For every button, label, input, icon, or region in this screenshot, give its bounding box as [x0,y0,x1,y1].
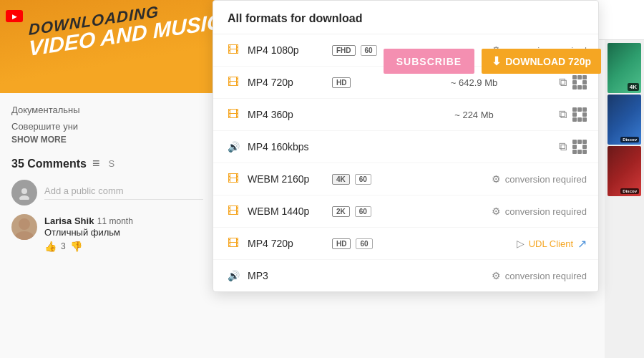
top-buttons: SUBSCRIBE ⬇ DOWNLOAD 720p [384,49,601,74]
hd-badge: HD [332,77,351,88]
video-icon: 🎞 [225,170,242,188]
60fps-badge: 60 [355,206,371,217]
file-size: ~ 224 Mb [395,110,553,120]
doc-text: Документальны [11,105,203,115]
svg-point-2 [19,218,30,230]
right-sidebar: 4K Discov Discov [605,40,644,358]
thumbs-down-icon[interactable]: 👎 [70,241,82,252]
fhd-badge: FHD [332,45,356,56]
gear-icon: ⚙ [492,205,501,217]
qr-icon[interactable] [572,107,587,122]
comment-body: Отличный фильм [44,227,133,238]
badges: 2K 60 [332,206,389,217]
hd-badge: HD [332,238,351,249]
conversion-text: conversion required [505,206,587,217]
format-row: 🎞 MP4 720p HD 60 ▷ UDL Client ↗ [213,228,598,260]
comments-count: 35 Comments [11,158,87,170]
gear-icon: ⚙ [492,270,501,281]
sort-label: S [108,158,114,169]
gear-icon: ⚙ [492,173,501,185]
qr-icon[interactable] [572,140,587,154]
udl-text: UDL Client [529,238,573,249]
format-row: 🔊 MP4 160kbps ⧉ [213,131,598,163]
audio-icon: 🔊 [225,267,242,284]
60fps-badge: 60 [355,174,371,185]
format-name: MP4 160kbps [248,141,326,153]
svg-point-1 [19,195,29,200]
comments-row: 35 Comments ≡ S [11,156,203,171]
download-icon: ⬇ [492,54,501,68]
commenter-name: Larisa Shik [44,216,94,226]
banner-yt-icon [6,10,23,22]
download-button[interactable]: ⬇ DOWNLOAD 720p [482,49,601,74]
thumbs-up-icon[interactable]: 👍 [44,241,57,252]
copy-icon[interactable]: ⧉ [559,108,567,121]
dropdown-title: All formats for download [213,1,598,34]
badges: FHD 60 [332,45,389,56]
file-size: ~ 642.9 Mb [395,77,553,88]
comment-input[interactable]: Add a public comm [44,185,203,200]
sidebar-thumb[interactable]: Discov [608,95,641,145]
sort-icon[interactable]: ≡ [92,156,100,171]
badges: HD 60 [332,238,389,249]
copy-icon[interactable]: ⧉ [559,76,567,89]
video-icon: 🎞 [225,42,242,59]
4k-badge: 4K [332,174,350,185]
format-name: MP4 720p [248,77,326,88]
subscribe-button[interactable]: SUBSCRIBE [384,49,474,74]
conversion-cell: ⚙ conversion required [395,173,587,185]
commenter-avatar [11,214,37,240]
2k-badge: 2K [332,206,350,217]
badges: 4K 60 [332,174,389,185]
sidebar-thumb[interactable]: 4K [608,43,641,93]
comment-content: Larisa Shik 11 month Отличный фильм 👍 3 … [44,214,133,252]
comment-input-row: Add a public comm [11,180,203,205]
format-row: 🔊 MP3 ⚙ conversion required [213,260,598,291]
format-row: 🎞 WEBM 2160p 4K 60 ⚙ conversion required [213,163,598,195]
format-name: MP4 1080p [248,44,326,56]
svg-point-0 [21,188,27,194]
badges: HD [332,77,389,88]
format-name: WEBM 2160p [248,173,326,185]
conversion-cell: ⚙ conversion required [395,270,587,281]
copy-icon[interactable]: ⧉ [559,140,567,153]
comment-item: Larisa Shik 11 month Отличный фильм 👍 3 … [11,214,203,252]
thumb-badge: Discov [620,137,639,142]
format-name: MP4 360p [248,109,326,120]
format-name: WEBM 1440p [248,205,326,217]
audio-icon: 🔊 [225,138,242,155]
format-name: MP4 720p [248,238,326,249]
thumb-badge: Discov [620,188,639,194]
60fps-badge: 60 [356,238,372,249]
conversion-cell: ⚙ conversion required [395,205,587,217]
download-label: DOWNLOAD 720p [505,56,591,67]
conversion-text: conversion required [505,174,587,185]
format-name: MP3 [248,270,326,281]
comment-actions: 👍 3 👎 [44,241,133,252]
thumbs-count: 3 [61,241,66,251]
banner-yt-logo [6,10,23,22]
user-avatar [11,180,37,205]
format-row: 🎞 MP4 360p ~ 224 Mb ⧉ [213,99,598,131]
video-icon: 🎞 [225,203,242,220]
conversion-text: conversion required [505,271,587,281]
udl-cell: ▷ UDL Client ↗ [395,237,587,251]
ext-link-icon[interactable]: ↗ [577,237,587,251]
sidebar-thumb[interactable]: Discov [608,146,641,196]
qr-icon[interactable] [572,75,587,90]
video-icon: 🎞 [225,235,242,252]
play-icon: ▷ [517,238,525,249]
show-more-button[interactable]: SHOW MORE [11,135,203,145]
video-icon: 🎞 [225,74,242,91]
video-icon: 🎞 [225,106,242,123]
60fps-badge: 60 [361,45,377,56]
comment-time: 11 month [97,216,133,226]
совершите-text: Совершите уни [11,121,203,132]
format-dropdown: All formats for download 🎞 MP4 1080p FHD… [213,0,599,292]
svg-point-3 [15,231,34,240]
format-row: 🎞 WEBM 1440p 2K 60 ⚙ conversion required [213,195,598,228]
thumb-badge: 4K [628,83,639,91]
